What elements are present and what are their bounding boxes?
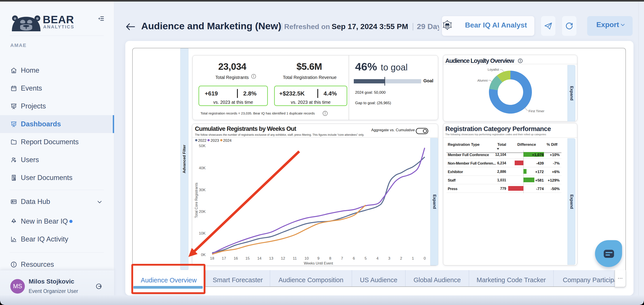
svg-text:2024: 2024: [223, 138, 232, 143]
svg-text:15: 15: [246, 256, 250, 261]
svg-text:9: 9: [317, 256, 319, 261]
svg-text:BEAR: BEAR: [445, 26, 450, 27]
svg-text:2022: 2022: [198, 138, 206, 143]
svg-text:5: 5: [364, 256, 366, 261]
svg-text:0K: 0K: [201, 253, 206, 257]
svg-text:0: 0: [424, 256, 426, 261]
svg-text:6: 6: [353, 256, 355, 261]
svg-text:50K: 50K: [199, 144, 206, 148]
svg-text:4: 4: [376, 256, 378, 261]
svg-text:Total Core Registrants: Total Core Registrants: [194, 183, 198, 218]
svg-text:3: 3: [388, 256, 390, 261]
svg-text:1: 1: [412, 256, 414, 261]
svg-text:13: 13: [269, 256, 273, 261]
svg-text:Loyalist: Loyalist: [488, 67, 499, 71]
svg-text:30K: 30K: [199, 188, 206, 192]
svg-text:17: 17: [222, 256, 226, 261]
svg-text:16: 16: [234, 256, 238, 261]
svg-text:2023: 2023: [210, 138, 219, 143]
svg-text:14: 14: [257, 256, 262, 261]
svg-text:11: 11: [293, 256, 297, 261]
svg-text:20K: 20K: [199, 210, 206, 214]
svg-text:First Timer: First Timer: [528, 109, 544, 113]
svg-text:12: 12: [281, 256, 285, 261]
svg-text:10K: 10K: [199, 231, 206, 236]
svg-text:Weeks Until Event: Weeks Until Event: [304, 261, 333, 265]
svg-text:7: 7: [341, 256, 343, 261]
svg-text:8: 8: [329, 256, 331, 261]
svg-text:Alumni: Alumni: [477, 78, 488, 82]
svg-text:10: 10: [304, 256, 309, 261]
svg-text:40K: 40K: [199, 166, 206, 170]
svg-text:2: 2: [400, 256, 402, 261]
svg-text:18: 18: [210, 256, 214, 261]
